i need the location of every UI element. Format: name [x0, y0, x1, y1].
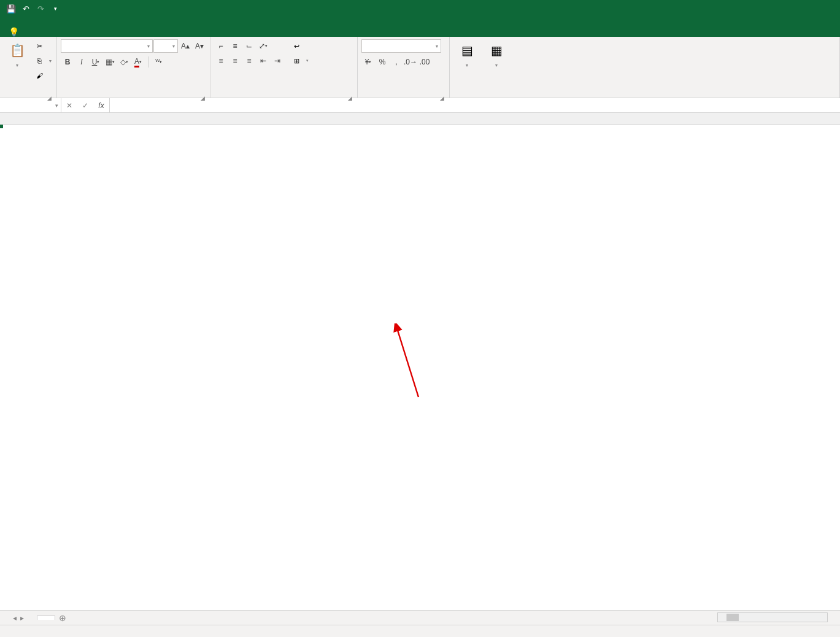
conditional-formatting-button[interactable]: ▤ ▾ — [453, 39, 480, 69]
decrease-decimal-icon[interactable]: .00 — [418, 55, 431, 69]
formula-bar[interactable] — [110, 98, 840, 112]
qat-dropdown-icon[interactable]: ▾ — [50, 4, 60, 14]
tell-me-search[interactable]: 💡 — [0, 27, 31, 37]
underline-icon[interactable]: U▾ — [89, 55, 102, 69]
menubar: 💡 — [0, 17, 840, 37]
align-left-icon[interactable]: ≡ — [214, 54, 228, 68]
table-format-icon: ▦ — [487, 41, 506, 60]
add-sheet-button[interactable]: ⊕ — [55, 611, 70, 625]
active-cell-indicator — [0, 125, 2, 128]
copy-icon: ⎘ — [34, 56, 44, 66]
phonetic-icon[interactable]: ᵂ▾ — [152, 55, 165, 69]
ribbon-group-alignment: ⌐ ≡ ⌙ ⤢▾ ≡ ≡ ≡ ⇤ ⇥ ↩ ⊞▾ ◢ — [210, 37, 358, 98]
format-painter-button[interactable]: 🖌 — [33, 69, 53, 82]
ribbon-group-styles: ▤ ▾ ▦ ▾ — [450, 37, 840, 98]
enter-formula-icon[interactable]: ✓ — [77, 101, 93, 110]
copy-button[interactable]: ⎘▾ — [33, 54, 53, 68]
align-top-icon[interactable]: ⌐ — [214, 39, 228, 53]
fill-color-icon[interactable]: ◇▾ — [117, 55, 131, 69]
ribbon-group-number: ▾ ¥▾ % , .0→ .00 ◢ — [358, 37, 450, 98]
merge-icon: ⊞ — [291, 56, 301, 66]
percent-icon[interactable]: % — [376, 55, 389, 69]
wrap-text-button[interactable]: ↩ — [290, 39, 310, 53]
status-bar — [0, 625, 840, 637]
sheet-tab[interactable] — [37, 616, 55, 620]
svg-line-0 — [397, 328, 418, 397]
format-as-table-button[interactable]: ▦ ▾ — [483, 39, 510, 69]
dialog-launcher-icon[interactable]: ◢ — [348, 95, 352, 101]
increase-indent-icon[interactable]: ⇥ — [271, 54, 284, 68]
align-bottom-icon[interactable]: ⌙ — [242, 39, 256, 53]
sheet-nav[interactable]: ◂▸ — [0, 614, 37, 622]
number-format-select[interactable]: ▾ — [361, 39, 441, 53]
orientation-icon[interactable]: ⤢▾ — [256, 39, 270, 53]
fx-icon[interactable]: fx — [93, 101, 109, 110]
cancel-formula-icon[interactable]: ✕ — [61, 101, 77, 110]
horizontal-scrollbar[interactable] — [717, 612, 828, 622]
bold-icon[interactable]: B — [61, 55, 74, 69]
lightbulb-icon: 💡 — [9, 27, 19, 37]
decrease-font-icon[interactable]: A▾ — [193, 39, 206, 53]
sheet-tab-bar: ◂▸ ⊕ — [0, 610, 840, 625]
paste-icon: 📋 — [7, 41, 27, 60]
dialog-launcher-icon[interactable]: ◢ — [440, 95, 444, 101]
align-middle-icon[interactable]: ≡ — [228, 39, 242, 53]
decrease-indent-icon[interactable]: ⇤ — [256, 54, 270, 68]
quick-access-toolbar: 💾 ↶ ↷ ▾ — [0, 4, 66, 14]
brush-icon: 🖌 — [34, 71, 44, 80]
paste-button[interactable]: 📋 ▾ — [4, 39, 31, 69]
name-box[interactable]: ▾ — [0, 98, 61, 112]
ribbon: 📋 ▾ ✂ ⎘▾ 🖌 ◢ ▾ ▾ A▴ A▾ B I U▾ — [0, 37, 840, 98]
font-name-select[interactable]: ▾ — [61, 39, 153, 53]
ribbon-group-clipboard: 📋 ▾ ✂ ⎘▾ 🖌 ◢ — [0, 37, 57, 98]
align-right-icon[interactable]: ≡ — [242, 54, 256, 68]
font-size-select[interactable]: ▾ — [153, 39, 178, 53]
spreadsheet-grid[interactable] — [0, 113, 840, 125]
cut-button[interactable]: ✂ — [33, 39, 53, 53]
comma-icon[interactable]: , — [390, 55, 403, 69]
save-icon[interactable]: 💾 — [6, 4, 16, 14]
dialog-launcher-icon[interactable]: ◢ — [201, 95, 205, 101]
merge-center-button[interactable]: ⊞▾ — [290, 54, 310, 68]
border-icon[interactable]: ▦▾ — [103, 55, 117, 69]
redo-icon[interactable]: ↷ — [36, 4, 45, 14]
chevron-right-icon[interactable]: ▸ — [20, 614, 24, 622]
font-color-icon[interactable]: A▾ — [131, 55, 145, 69]
chevron-left-icon[interactable]: ◂ — [13, 614, 17, 622]
annotation-arrow — [388, 323, 425, 403]
formula-bar-row: ▾ ✕ ✓ fx — [0, 98, 840, 113]
undo-icon[interactable]: ↶ — [21, 4, 31, 14]
chevron-down-icon: ▾ — [55, 102, 58, 109]
scissors-icon: ✂ — [34, 41, 44, 51]
cond-format-icon: ▤ — [457, 41, 477, 60]
increase-decimal-icon[interactable]: .0→ — [404, 55, 417, 69]
currency-icon[interactable]: ¥▾ — [361, 55, 375, 69]
increase-font-icon[interactable]: A▴ — [179, 39, 192, 53]
wrap-icon: ↩ — [291, 41, 301, 51]
titlebar: 💾 ↶ ↷ ▾ — [0, 0, 840, 17]
ribbon-group-font: ▾ ▾ A▴ A▾ B I U▾ ▦▾ ◇▾ A▾ ᵂ▾ ◢ — [57, 37, 210, 98]
align-center-icon[interactable]: ≡ — [228, 54, 242, 68]
italic-icon[interactable]: I — [75, 55, 88, 69]
